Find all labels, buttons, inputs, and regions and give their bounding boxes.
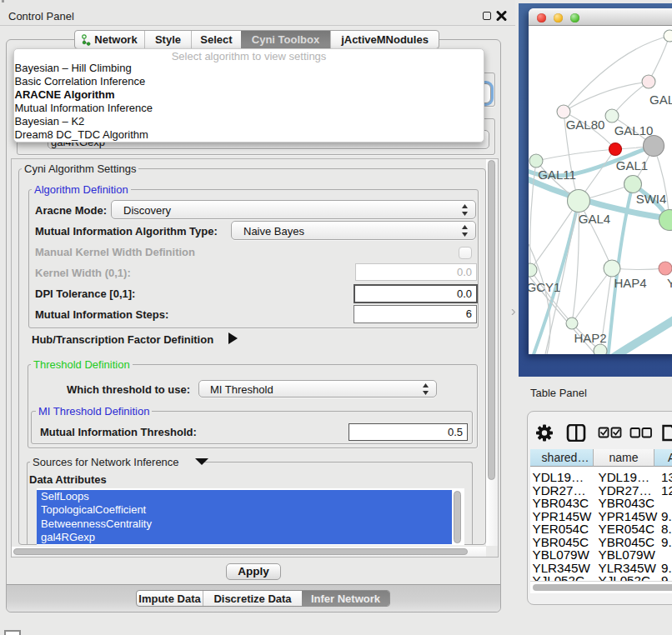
svg-text:GCY1: GCY1 <box>529 280 560 294</box>
svg-text:GAL11: GAL11 <box>538 168 576 182</box>
svg-text:GAL2: GAL2 <box>649 92 672 107</box>
svg-text:HAP4: HAP4 <box>614 276 646 290</box>
svg-text:GAL1: GAL1 <box>616 158 648 172</box>
svg-text:GAL10: GAL10 <box>614 123 654 138</box>
svg-text:HAP2: HAP2 <box>574 331 606 345</box>
svg-text:GAL4: GAL4 <box>579 212 610 226</box>
svg-text:Y: Y <box>667 276 672 290</box>
svg-text:SWI4: SWI4 <box>636 192 667 206</box>
svg-text:GAL80: GAL80 <box>566 118 605 132</box>
